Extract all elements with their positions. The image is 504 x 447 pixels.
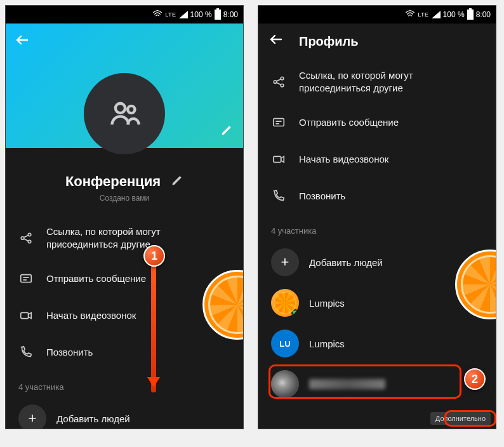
video-call-label: Начать видеозвонок: [299, 153, 483, 166]
lte-label: LTE: [418, 11, 428, 18]
add-people-label: Добавить людей: [309, 257, 383, 268]
clock: 8:00: [476, 10, 491, 19]
participant-name: Lumpics: [309, 298, 345, 309]
battery-icon: [215, 10, 221, 20]
call-item[interactable]: Позвонить: [6, 334, 243, 371]
wifi-icon: [152, 10, 162, 20]
group-avatar[interactable]: [84, 73, 165, 154]
phone-screen-right: LTE 100 % 8:00 Профиль Ссылка, по которо…: [258, 5, 496, 429]
group-title: Конференция: [65, 173, 161, 190]
more-button[interactable]: Дополнительно: [430, 412, 491, 425]
avatar-initials: LU: [271, 330, 299, 357]
avatar-orange: [271, 289, 299, 317]
message-icon: [271, 116, 286, 130]
share-link-label: Ссылка, по которой могут присоединиться …: [299, 69, 483, 94]
arrow-down-icon: [152, 265, 155, 392]
share-icon: [271, 75, 286, 89]
svg-point-0: [116, 103, 125, 113]
call-label: Позвонить: [46, 346, 230, 359]
clock: 8:00: [223, 10, 238, 19]
battery-pct: 100 %: [443, 10, 465, 19]
status-bar: LTE 100 % 8:00: [6, 6, 243, 23]
send-message-label: Отправить сообщение: [46, 272, 230, 285]
avatar-photo: [271, 370, 299, 398]
wifi-icon: [405, 10, 415, 20]
svg-rect-5: [21, 275, 32, 283]
participant-name-blurred: [309, 379, 385, 389]
send-message-item[interactable]: Отправить сообщение: [258, 104, 496, 141]
video-icon: [271, 152, 286, 166]
battery-icon: [467, 10, 474, 20]
share-icon: [18, 231, 34, 245]
back-button[interactable]: [15, 32, 30, 51]
edit-avatar-button[interactable]: [220, 124, 233, 139]
share-link-item[interactable]: Ссылка, по которой могут присоединиться …: [6, 215, 243, 260]
title-row: Конференция: [6, 173, 243, 194]
call-item[interactable]: Позвонить: [258, 178, 496, 215]
participant-row[interactable]: [258, 364, 496, 404]
header-bar: Профиль: [258, 23, 496, 59]
svg-rect-10: [274, 119, 284, 126]
step-marker-2: 2: [464, 368, 486, 390]
share-link-label: Ссылка, по которой могут присоединиться …: [46, 225, 230, 250]
people-icon: [108, 97, 141, 130]
share-link-item[interactable]: Ссылка, по которой могут присоединиться …: [258, 59, 496, 104]
signal-icon: [179, 11, 188, 18]
participants-count: 4 участника: [6, 371, 243, 398]
lte-label: LTE: [165, 11, 176, 18]
plus-icon: +: [271, 248, 299, 276]
edit-title-button[interactable]: [171, 174, 183, 189]
phone-icon: [18, 345, 34, 359]
presence-online-icon: [291, 309, 299, 317]
phone-screen-left: LTE 100 % 8:00 Конференция Создано вами: [5, 5, 244, 429]
call-label: Позвонить: [299, 190, 483, 203]
participant-name: Lumpics: [309, 338, 345, 349]
message-icon: [18, 272, 34, 286]
status-bar: LTE 100 % 8:00: [258, 6, 496, 23]
participant-row[interactable]: LU Lumpics: [258, 323, 496, 364]
phone-icon: [271, 189, 286, 203]
svg-rect-11: [274, 156, 281, 162]
svg-rect-6: [21, 312, 29, 318]
participants-count: 4 участника: [258, 215, 496, 242]
video-icon: [18, 309, 34, 323]
battery-pct: 100 %: [190, 10, 212, 19]
add-people-label: Добавить людей: [56, 413, 130, 424]
add-people-item[interactable]: + Добавить людей: [6, 398, 243, 429]
header-title: Профиль: [299, 34, 359, 49]
video-call-item[interactable]: Начать видеозвонок: [258, 141, 496, 178]
step-marker-1: 1: [143, 245, 165, 267]
plus-icon: +: [18, 404, 46, 429]
svg-point-1: [128, 106, 135, 113]
back-button[interactable]: [269, 32, 284, 51]
created-by-label: Создано вами: [6, 194, 243, 203]
signal-icon: [432, 11, 441, 18]
profile-hero: [6, 23, 243, 148]
send-message-label: Отправить сообщение: [299, 116, 483, 129]
